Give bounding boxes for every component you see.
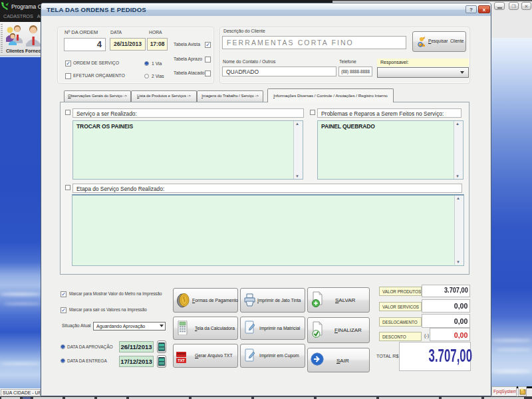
svg-text:TXT: TXT xyxy=(178,358,185,362)
